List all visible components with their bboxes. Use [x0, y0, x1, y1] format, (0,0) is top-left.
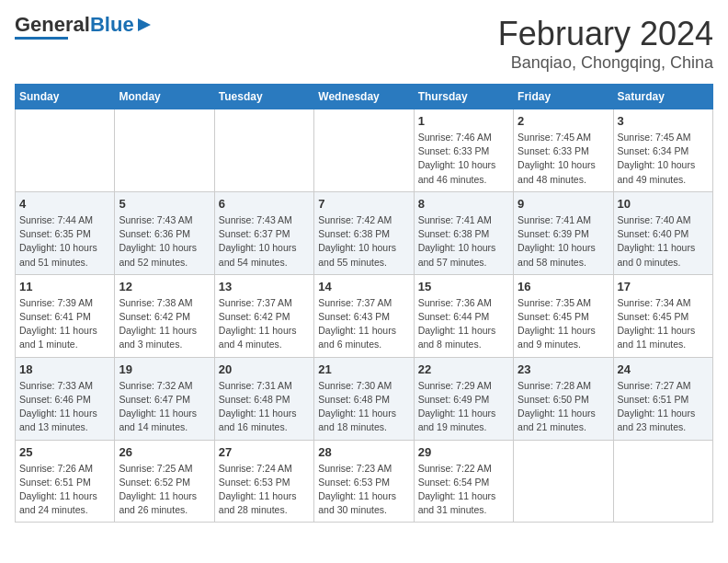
day-info: Sunrise: 7:42 AMSunset: 6:38 PMDaylight:… [318, 213, 409, 270]
day-number: 6 [219, 197, 310, 211]
day-info: Sunrise: 7:44 AMSunset: 6:35 PMDaylight:… [19, 213, 110, 270]
month-title: February 2024 [498, 15, 713, 53]
calendar-cell: 22Sunrise: 7:29 AMSunset: 6:49 PMDayligh… [414, 357, 513, 440]
calendar-cell: 25Sunrise: 7:26 AMSunset: 6:51 PMDayligh… [16, 440, 115, 523]
calendar-cell: 16Sunrise: 7:35 AMSunset: 6:45 PMDayligh… [514, 274, 613, 357]
weekday-header: Saturday [613, 85, 712, 109]
weekday-header: Sunday [16, 85, 115, 109]
weekday-header: Friday [514, 85, 613, 109]
calendar-cell: 14Sunrise: 7:37 AMSunset: 6:43 PMDayligh… [314, 274, 414, 357]
weekday-header: Wednesday [314, 85, 414, 109]
day-number: 23 [518, 362, 609, 376]
day-info: Sunrise: 7:36 AMSunset: 6:44 PMDaylight:… [418, 296, 509, 352]
calendar-cell: 17Sunrise: 7:34 AMSunset: 6:45 PMDayligh… [613, 274, 712, 357]
logo-underline [15, 37, 68, 40]
day-number: 19 [119, 362, 210, 376]
calendar-cell: 9Sunrise: 7:41 AMSunset: 6:39 PMDaylight… [514, 191, 613, 274]
day-number: 20 [219, 362, 310, 376]
day-number: 8 [418, 197, 509, 211]
calendar-cell [613, 440, 712, 523]
day-info: Sunrise: 7:29 AMSunset: 6:49 PMDaylight:… [418, 379, 509, 435]
calendar-cell: 18Sunrise: 7:33 AMSunset: 6:46 PMDayligh… [16, 357, 115, 440]
day-info: Sunrise: 7:30 AMSunset: 6:48 PMDaylight:… [318, 379, 409, 435]
day-number: 12 [119, 280, 210, 293]
calendar-cell: 1Sunrise: 7:46 AMSunset: 6:33 PMDaylight… [414, 109, 513, 192]
calendar-cell [514, 440, 613, 523]
calendar-cell: 13Sunrise: 7:37 AMSunset: 6:42 PMDayligh… [214, 274, 313, 357]
day-number: 13 [219, 280, 310, 293]
day-info: Sunrise: 7:26 AMSunset: 6:51 PMDaylight:… [19, 462, 110, 518]
day-info: Sunrise: 7:27 AMSunset: 6:51 PMDaylight:… [618, 379, 709, 435]
weekday-header-row: SundayMondayTuesdayWednesdayThursdayFrid… [16, 85, 713, 109]
day-number: 21 [318, 362, 409, 376]
day-info: Sunrise: 7:32 AMSunset: 6:47 PMDaylight:… [119, 379, 210, 435]
logo-arrow [138, 18, 151, 31]
day-number: 5 [119, 197, 210, 211]
day-info: Sunrise: 7:28 AMSunset: 6:50 PMDaylight:… [518, 379, 609, 435]
day-number: 22 [418, 362, 509, 376]
day-info: Sunrise: 7:45 AMSunset: 6:34 PMDaylight:… [618, 131, 709, 187]
weekday-header: Thursday [414, 85, 513, 109]
day-info: Sunrise: 7:33 AMSunset: 6:46 PMDaylight:… [19, 379, 110, 435]
calendar-cell [314, 109, 414, 192]
day-info: Sunrise: 7:37 AMSunset: 6:42 PMDaylight:… [219, 296, 310, 352]
calendar-cell: 11Sunrise: 7:39 AMSunset: 6:41 PMDayligh… [16, 274, 115, 357]
calendar-cell: 20Sunrise: 7:31 AMSunset: 6:48 PMDayligh… [214, 357, 313, 440]
location-title: Banqiao, Chongqing, China [498, 53, 713, 73]
day-number: 18 [19, 362, 110, 376]
day-info: Sunrise: 7:35 AMSunset: 6:45 PMDaylight:… [518, 296, 609, 352]
day-number: 9 [518, 197, 609, 211]
day-info: Sunrise: 7:39 AMSunset: 6:41 PMDaylight:… [19, 296, 110, 352]
calendar-cell: 2Sunrise: 7:45 AMSunset: 6:33 PMDaylight… [514, 109, 613, 192]
logo-blue: Blue [90, 13, 134, 36]
weekday-header: Monday [115, 85, 214, 109]
day-info: Sunrise: 7:37 AMSunset: 6:43 PMDaylight:… [318, 296, 409, 352]
day-number: 15 [418, 280, 509, 293]
calendar-week-row: 4Sunrise: 7:44 AMSunset: 6:35 PMDaylight… [16, 191, 713, 274]
calendar-cell: 5Sunrise: 7:43 AMSunset: 6:36 PMDaylight… [115, 191, 214, 274]
day-number: 25 [19, 445, 110, 459]
day-info: Sunrise: 7:41 AMSunset: 6:38 PMDaylight:… [418, 213, 509, 270]
day-info: Sunrise: 7:41 AMSunset: 6:39 PMDaylight:… [518, 213, 609, 270]
day-info: Sunrise: 7:31 AMSunset: 6:48 PMDaylight:… [219, 379, 310, 435]
day-info: Sunrise: 7:43 AMSunset: 6:37 PMDaylight:… [219, 213, 310, 270]
day-info: Sunrise: 7:46 AMSunset: 6:33 PMDaylight:… [418, 131, 509, 187]
day-info: Sunrise: 7:34 AMSunset: 6:45 PMDaylight:… [618, 296, 709, 352]
day-info: Sunrise: 7:25 AMSunset: 6:52 PMDaylight:… [119, 462, 210, 518]
title-section: February 2024 Banqiao, Chongqing, China [498, 15, 713, 73]
day-number: 24 [618, 362, 709, 376]
day-number: 4 [19, 197, 110, 211]
page-header: GeneralBlue February 2024 Banqiao, Chong… [15, 15, 713, 73]
calendar-cell: 8Sunrise: 7:41 AMSunset: 6:38 PMDaylight… [414, 191, 513, 274]
day-info: Sunrise: 7:40 AMSunset: 6:40 PMDaylight:… [618, 213, 709, 270]
day-number: 16 [518, 280, 609, 293]
day-number: 29 [418, 445, 509, 459]
calendar-week-row: 25Sunrise: 7:26 AMSunset: 6:51 PMDayligh… [16, 440, 713, 523]
logo: GeneralBlue [15, 15, 151, 40]
day-number: 28 [318, 445, 409, 459]
calendar-cell: 29Sunrise: 7:22 AMSunset: 6:54 PMDayligh… [414, 440, 513, 523]
day-number: 11 [19, 280, 110, 293]
calendar-table: SundayMondayTuesdayWednesdayThursdayFrid… [15, 84, 713, 523]
day-number: 2 [518, 114, 609, 128]
day-number: 14 [318, 280, 409, 293]
day-info: Sunrise: 7:43 AMSunset: 6:36 PMDaylight:… [119, 213, 210, 270]
day-info: Sunrise: 7:45 AMSunset: 6:33 PMDaylight:… [518, 131, 609, 187]
calendar-cell: 7Sunrise: 7:42 AMSunset: 6:38 PMDaylight… [314, 191, 414, 274]
calendar-cell: 10Sunrise: 7:40 AMSunset: 6:40 PMDayligh… [613, 191, 712, 274]
calendar-cell: 15Sunrise: 7:36 AMSunset: 6:44 PMDayligh… [414, 274, 513, 357]
calendar-cell: 19Sunrise: 7:32 AMSunset: 6:47 PMDayligh… [115, 357, 214, 440]
day-info: Sunrise: 7:22 AMSunset: 6:54 PMDaylight:… [418, 462, 509, 518]
day-number: 7 [318, 197, 409, 211]
calendar-cell: 23Sunrise: 7:28 AMSunset: 6:50 PMDayligh… [514, 357, 613, 440]
day-number: 26 [119, 445, 210, 459]
day-number: 1 [418, 114, 509, 128]
calendar-cell: 4Sunrise: 7:44 AMSunset: 6:35 PMDaylight… [16, 191, 115, 274]
day-number: 27 [219, 445, 310, 459]
calendar-cell: 27Sunrise: 7:24 AMSunset: 6:53 PMDayligh… [214, 440, 313, 523]
calendar-cell [214, 109, 313, 192]
calendar-cell: 12Sunrise: 7:38 AMSunset: 6:42 PMDayligh… [115, 274, 214, 357]
day-info: Sunrise: 7:23 AMSunset: 6:53 PMDaylight:… [318, 462, 409, 518]
calendar-cell: 28Sunrise: 7:23 AMSunset: 6:53 PMDayligh… [314, 440, 414, 523]
calendar-cell: 21Sunrise: 7:30 AMSunset: 6:48 PMDayligh… [314, 357, 414, 440]
